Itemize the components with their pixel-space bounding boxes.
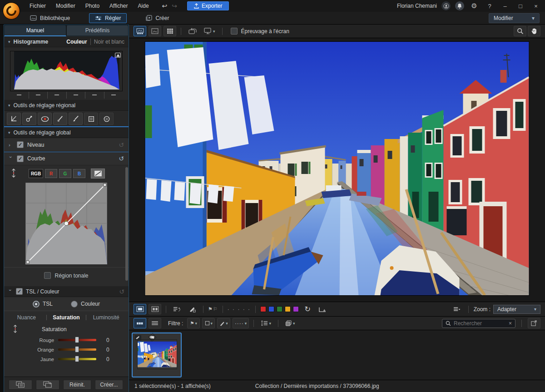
compare-view-button[interactable]: [149, 304, 161, 314]
soft-proof-toggle[interactable]: Épreuvage à l'écran: [231, 28, 289, 35]
display-options-button[interactable]: [451, 304, 463, 314]
histogram-header[interactable]: ▾ Histogramme Couleur Noir et blanc: [4, 36, 129, 47]
channel-blue-button[interactable]: B: [73, 169, 85, 178]
tonal-region-checkbox[interactable]: [44, 272, 51, 279]
close-button[interactable]: ×: [530, 3, 541, 10]
tab-nuance[interactable]: Nuance: [7, 314, 46, 321]
auto-advance-button[interactable]: [316, 304, 329, 314]
open-external-button[interactable]: [528, 318, 540, 328]
levels-reset-icon[interactable]: ↺: [119, 141, 124, 149]
view-grid-button[interactable]: [164, 26, 176, 36]
label-blue-swatch[interactable]: [268, 306, 274, 312]
histogram-bw-toggle[interactable]: Noir et blanc: [90, 39, 124, 45]
pan-hand-button[interactable]: [528, 26, 540, 36]
channel-rgb-button[interactable]: RGB: [29, 169, 43, 178]
stack-button[interactable]: ▾: [283, 318, 297, 328]
account-icon[interactable]: [441, 1, 451, 10]
maximize-button[interactable]: □: [515, 3, 526, 10]
mode-library[interactable]: Bibliothèque: [25, 14, 75, 23]
curve-checkbox[interactable]: ✓: [17, 155, 24, 162]
tab-presets[interactable]: Prédéfinis: [66, 25, 129, 36]
levels-row[interactable]: › ✓ Niveau ↺: [4, 138, 129, 152]
jaune-slider[interactable]: [58, 358, 96, 360]
straighten-tool-button[interactable]: [7, 113, 21, 125]
radio-tsl[interactable]: TSL: [33, 301, 53, 308]
menu-aide[interactable]: Aide: [133, 3, 154, 9]
curve-type-button[interactable]: [91, 169, 105, 179]
histogram-display[interactable]: [10, 51, 123, 91]
targeted-adjust-icon[interactable]: [10, 169, 17, 179]
global-tools-header[interactable]: ▾ Outils de réglage global: [4, 127, 129, 138]
expand-chevron-icon[interactable]: ›: [9, 142, 13, 148]
clipping-warning-icon[interactable]: [115, 53, 121, 58]
apply-last-settings-button[interactable]: [171, 304, 183, 314]
rating-dots[interactable]: · · · · ·: [228, 306, 251, 313]
help-icon[interactable]: ?: [484, 3, 495, 10]
zoom-level-dropdown[interactable]: Adapter ▾: [493, 305, 540, 314]
hsl-header[interactable]: › ✓ TSL / Couleur ↺: [4, 286, 129, 297]
collapse-chevron-icon[interactable]: ›: [8, 156, 14, 161]
details-view-button[interactable]: [149, 318, 161, 328]
mode-develop[interactable]: Régler: [89, 13, 127, 23]
rotate-image-button[interactable]: ↻: [301, 304, 314, 314]
menu-modifier[interactable]: Modifier: [51, 3, 80, 9]
hsl-reset-icon[interactable]: ↺: [119, 288, 124, 295]
tab-saturation[interactable]: Saturation: [47, 314, 86, 321]
radial-tool-button[interactable]: [99, 113, 114, 125]
label-yellow-swatch[interactable]: [285, 306, 291, 312]
menu-fichier[interactable]: Fichier: [25, 3, 51, 9]
gradient-tool-button[interactable]: [84, 113, 98, 125]
create-preset-button[interactable]: Créer...: [95, 380, 123, 390]
menu-photo[interactable]: Photo: [80, 3, 104, 9]
redo-arrow-icon[interactable]: ↪: [172, 2, 177, 10]
label-purple-swatch[interactable]: [293, 306, 299, 312]
notifications-bell-icon[interactable]: [455, 1, 464, 10]
histogram-color-toggle[interactable]: Couleur: [66, 39, 90, 45]
sidebar-scrollbar[interactable]: [125, 167, 128, 281]
slider-handle[interactable]: [75, 346, 79, 352]
sort-order-button[interactable]: ▾: [258, 318, 273, 328]
curve-row[interactable]: › ✓ Courbe ↺: [4, 152, 129, 165]
reset-button[interactable]: Réinit.: [63, 380, 91, 390]
channel-green-button[interactable]: G: [59, 169, 71, 178]
levels-checkbox[interactable]: ✓: [17, 141, 24, 148]
minimize-button[interactable]: –: [500, 3, 510, 10]
search-box[interactable]: ×: [442, 319, 515, 328]
image-viewport[interactable]: [129, 38, 545, 302]
brush-tool-button[interactable]: [69, 113, 83, 125]
curve-editor[interactable]: [25, 183, 107, 264]
targeted-adjust-icon[interactable]: [12, 325, 18, 334]
red-eye-tool-button[interactable]: [38, 113, 52, 125]
flag-icons[interactable]: ⚑⚐: [208, 306, 218, 312]
paste-settings-button[interactable]: [36, 380, 59, 390]
regional-tools-header[interactable]: ▾ Outils de réglage régional: [4, 100, 129, 111]
label-green-swatch[interactable]: [277, 306, 282, 312]
mode-create[interactable]: Créer: [140, 14, 174, 23]
undo-arrow-icon[interactable]: ↩: [162, 2, 168, 10]
rotate-canvas-button[interactable]: [186, 26, 199, 36]
export-button[interactable]: Exporter: [187, 1, 229, 10]
thumbnail-selected[interactable]: [132, 332, 182, 377]
curve-reset-icon[interactable]: ↺: [119, 155, 124, 162]
hsl-checkbox[interactable]: ✓: [16, 288, 23, 295]
clear-search-icon[interactable]: ×: [509, 320, 512, 327]
channel-red-button[interactable]: R: [45, 169, 57, 178]
orange-slider[interactable]: [58, 348, 96, 351]
main-photo[interactable]: [145, 42, 529, 295]
zoom-tool-button[interactable]: [514, 26, 526, 36]
filter-develop-button[interactable]: ▾: [217, 318, 230, 328]
filter-rating-button[interactable]: ▾: [202, 318, 215, 328]
filter-more-button[interactable]: ····▾: [233, 318, 249, 328]
tab-manual[interactable]: Manuel: [4, 25, 66, 36]
edit-mode-dropdown[interactable]: Modifier ▾: [489, 13, 540, 23]
tab-luminosite[interactable]: Luminosité: [86, 314, 126, 321]
view-filmstrip-button[interactable]: [134, 26, 146, 36]
settings-gear-icon[interactable]: ⚙: [469, 2, 480, 10]
copy-settings-button[interactable]: [9, 380, 32, 390]
single-image-view-button[interactable]: [134, 304, 146, 314]
develop-settings-button[interactable]: [186, 304, 198, 314]
rouge-slider[interactable]: [58, 339, 96, 341]
menu-afficher[interactable]: Afficher: [104, 3, 133, 9]
thumbnails-view-button[interactable]: [134, 318, 146, 328]
slider-handle[interactable]: [75, 337, 79, 343]
